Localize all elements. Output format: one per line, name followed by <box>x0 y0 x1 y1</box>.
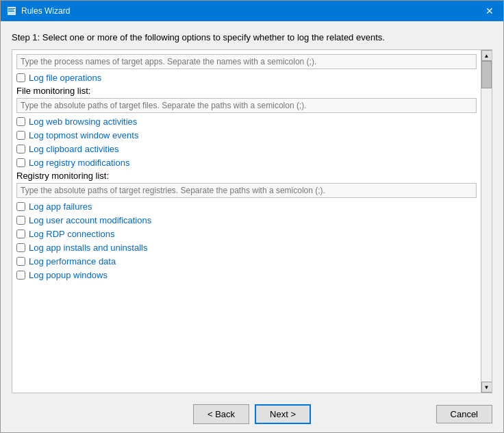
log-performance-label[interactable]: Log performance data <box>29 256 116 267</box>
log-performance-checkbox[interactable] <box>16 257 25 266</box>
checkbox-row-registry: Log registry modifications <box>16 157 477 169</box>
log-user-account-label[interactable]: Log user account modifications <box>29 215 151 225</box>
next-button[interactable]: Next > <box>255 404 311 424</box>
scroll-up-button[interactable]: ▲ <box>481 50 492 61</box>
scroll-inner: Log file operations File monitoring list… <box>12 50 492 287</box>
rules-wizard-window: Rules Wizard ✕ Step 1: Select one or mor… <box>0 0 504 433</box>
log-clipboard-label[interactable]: Log clipboard activities <box>29 144 119 154</box>
step-title: Step 1: Select one or more of the follow… <box>12 32 492 42</box>
log-registry-checkbox[interactable] <box>16 158 25 167</box>
checkbox-row-user-account: Log user account modifications <box>16 214 477 226</box>
log-topmost-window-label[interactable]: Log topmost window events <box>29 130 138 140</box>
log-rdp-label[interactable]: Log RDP connections <box>29 229 115 239</box>
log-app-failures-label[interactable]: Log app failures <box>29 201 92 212</box>
log-rdp-checkbox[interactable] <box>16 230 25 238</box>
footer: < Back Next > Cancel <box>12 401 492 424</box>
close-button[interactable]: ✕ <box>481 4 498 18</box>
options-scroll-area: ▲ ▼ Log file operations <box>12 49 492 393</box>
scrollbar[interactable]: ▲ ▼ <box>481 50 492 393</box>
log-popup-label[interactable]: Log popup windows <box>29 270 108 280</box>
log-user-account-checkbox[interactable] <box>16 216 25 225</box>
footer-right-buttons: Cancel <box>436 405 492 423</box>
footer-center-buttons: < Back Next > <box>193 404 311 424</box>
main-content: Step 1: Select one or more of the follow… <box>1 21 503 432</box>
registry-paths-input[interactable] <box>16 183 477 198</box>
checkbox-row-app-installs: Log app installs and uninstalls <box>16 242 477 253</box>
wizard-icon <box>6 5 17 16</box>
back-button[interactable]: < Back <box>193 404 249 424</box>
registry-monitoring-label: Registry monitoring list: <box>16 171 477 181</box>
svg-rect-1 <box>8 8 15 9</box>
scroll-thumb[interactable] <box>481 61 492 88</box>
log-topmost-window-checkbox[interactable] <box>16 131 25 140</box>
log-clipboard-checkbox[interactable] <box>16 145 25 153</box>
checkbox-row-web: Log web browsing activities <box>16 116 477 127</box>
log-file-operations-label[interactable]: Log file operations <box>29 73 101 83</box>
log-app-failures-checkbox[interactable] <box>16 202 25 211</box>
scroll-track <box>481 61 492 382</box>
process-names-input[interactable] <box>16 54 477 69</box>
log-file-operations-checkbox[interactable] <box>16 73 25 82</box>
log-web-browsing-checkbox[interactable] <box>16 117 25 126</box>
log-registry-label[interactable]: Log registry modifications <box>29 158 129 168</box>
log-popup-checkbox[interactable] <box>16 271 25 280</box>
checkbox-row-topmost: Log topmost window events <box>16 129 477 141</box>
svg-rect-3 <box>8 11 14 12</box>
checkbox-row-popup: Log popup windows <box>16 269 477 281</box>
window-title: Rules Wizard <box>21 6 70 16</box>
cancel-button[interactable]: Cancel <box>436 405 492 423</box>
svg-rect-2 <box>8 10 14 10</box>
log-app-installs-label[interactable]: Log app installs and uninstalls <box>29 243 147 253</box>
checkbox-row-clipboard: Log clipboard activities <box>16 143 477 155</box>
checkbox-row-file-ops: Log file operations <box>16 72 477 84</box>
file-monitoring-label: File monitoring list: <box>16 86 477 96</box>
checkbox-row-app-failures: Log app failures <box>16 201 477 212</box>
footer-inner: < Back Next > Cancel <box>12 404 492 424</box>
log-app-installs-checkbox[interactable] <box>16 243 25 252</box>
log-web-browsing-label[interactable]: Log web browsing activities <box>29 116 137 127</box>
checkbox-row-performance: Log performance data <box>16 256 477 267</box>
file-paths-input[interactable] <box>16 98 477 113</box>
checkbox-row-rdp: Log RDP connections <box>16 228 477 240</box>
scroll-down-button[interactable]: ▼ <box>481 382 492 393</box>
title-bar-left: Rules Wizard <box>6 5 70 16</box>
title-bar: Rules Wizard ✕ <box>1 1 503 21</box>
